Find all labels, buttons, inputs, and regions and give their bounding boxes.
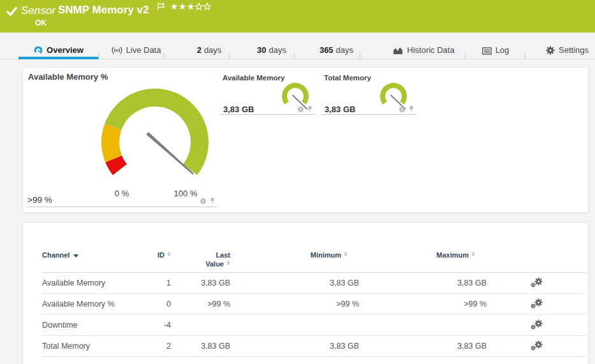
broadcast-icon xyxy=(112,46,122,55)
column-header-actions xyxy=(487,222,586,273)
star-outline-icon xyxy=(203,3,211,10)
chevron-down-icon xyxy=(73,254,78,258)
channels-panel: Channel ID Last Value Minimum Maximum xyxy=(22,222,589,364)
channel-name[interactable]: Downtime xyxy=(42,315,131,336)
tab-label: Overview xyxy=(47,45,84,55)
channels-table: Channel ID Last Value Minimum Maximum xyxy=(42,222,586,357)
gauge-total-memory: Total Memory 3,83 GB xyxy=(321,68,416,115)
gauge-available-memory-pct: Available Memory % 0 % 100 % >99 % xyxy=(27,68,217,207)
priority-stars[interactable] xyxy=(170,3,211,10)
tab-bar: Overview Live Data 2 days 30 days 365 da… xyxy=(0,33,595,59)
gauge-settings-gear-icon[interactable] xyxy=(297,106,304,113)
channel-maximum: 3,83 GB xyxy=(359,336,487,357)
channel-id: 1 xyxy=(131,273,171,294)
object-kind-label: Sensor xyxy=(21,4,55,17)
column-header-channel[interactable]: Channel xyxy=(42,222,131,273)
table-row: Available Memory 1 3,83 GB 3,83 GB 3,83 … xyxy=(42,273,586,294)
table-row: Total Memory 2 3,83 GB 3,83 GB 3,83 GB xyxy=(42,336,586,357)
pin-icon[interactable] xyxy=(408,106,415,113)
channel-minimum: 3,83 GB xyxy=(230,273,359,294)
pin-icon[interactable] xyxy=(307,106,313,113)
gauge-dial xyxy=(98,87,212,183)
channel-maximum: >99 % xyxy=(359,294,487,315)
star-filled-icon xyxy=(179,3,186,10)
tab-30-days[interactable]: 30 days xyxy=(230,33,295,59)
tab-365-days[interactable]: 365 days xyxy=(295,33,360,59)
gauge-icon xyxy=(34,45,43,55)
tab-label: days xyxy=(336,45,353,55)
channel-last-value: 3,83 GB xyxy=(171,273,230,294)
table-row: Available Memory % 0 >99 % >99 % >99 % xyxy=(42,294,586,315)
channel-settings-gears-icon[interactable] xyxy=(531,319,543,330)
gauge-max-label: 100 % xyxy=(170,189,202,198)
channel-settings-gears-icon[interactable] xyxy=(531,298,543,309)
channel-settings-gears-icon[interactable] xyxy=(531,277,543,288)
sort-icon xyxy=(344,252,348,257)
sensor-status-badge: OK xyxy=(35,18,47,27)
gauge-title: Total Memory xyxy=(324,74,371,82)
tab-label: Live Data xyxy=(126,45,161,55)
status-check-icon xyxy=(5,5,18,17)
channel-maximum xyxy=(359,315,487,336)
gauge-value: 3,83 GB xyxy=(325,105,355,114)
gauge-settings-gear-icon[interactable] xyxy=(200,198,207,205)
flag-icon[interactable] xyxy=(157,3,165,11)
sort-icon xyxy=(167,252,171,257)
tab-log[interactable]: Log xyxy=(466,33,525,59)
channel-id: 0 xyxy=(131,294,171,315)
channel-maximum: 3,83 GB xyxy=(359,273,487,294)
channel-name[interactable]: Total Memory xyxy=(42,336,131,357)
column-header-maximum[interactable]: Maximum xyxy=(359,222,487,273)
channel-last-value: 3,83 GB xyxy=(171,336,230,357)
column-header-minimum[interactable]: Minimum xyxy=(230,222,359,273)
area-chart-icon xyxy=(393,47,403,55)
tab-overview[interactable]: Overview xyxy=(18,33,99,59)
gauge-available-memory: Available Memory 3,83 GB xyxy=(219,68,315,115)
star-outline-icon xyxy=(195,3,203,10)
channel-minimum: >99 % xyxy=(230,294,359,315)
pin-icon[interactable] xyxy=(209,198,216,205)
tab-label: Settings xyxy=(559,45,589,55)
channel-minimum xyxy=(230,315,359,336)
sort-icon xyxy=(471,252,475,257)
tab-2-days[interactable]: 2 days xyxy=(165,33,230,59)
channel-last-value xyxy=(171,315,230,336)
star-filled-icon xyxy=(187,3,195,10)
gauge-min-label: 0 % xyxy=(106,189,138,198)
star-filled-icon xyxy=(170,3,178,10)
tab-number: 30 xyxy=(257,45,266,55)
column-header-id[interactable]: ID xyxy=(131,222,171,273)
channel-id: -4 xyxy=(131,315,171,336)
gauge-title: Available Memory % xyxy=(28,72,108,82)
tab-historic-data[interactable]: Historic Data xyxy=(360,33,466,59)
table-row: Downtime -4 xyxy=(42,315,586,336)
log-list-icon xyxy=(482,47,492,55)
column-header-last-value[interactable]: Last Value xyxy=(171,222,230,273)
channel-minimum: 3,83 GB xyxy=(230,336,359,357)
sensor-header: Sensor SNMP Memory v2 OK xyxy=(0,0,595,33)
channel-name[interactable]: Available Memory % xyxy=(42,294,131,315)
tab-label: days xyxy=(204,45,221,55)
channel-id: 2 xyxy=(131,336,171,357)
tab-label: Historic Data xyxy=(407,45,454,55)
gauges-panel: Available Memory % 0 % 100 % >99 % Avail… xyxy=(22,67,589,213)
gear-icon xyxy=(546,46,555,55)
gauge-settings-gear-icon[interactable] xyxy=(399,106,406,113)
channel-name[interactable]: Available Memory xyxy=(42,273,131,294)
tab-label: Log xyxy=(496,45,510,55)
gauge-value: >99 % xyxy=(27,195,52,205)
gauge-value: 3,83 GB xyxy=(223,105,254,114)
tab-label: days xyxy=(269,45,286,55)
sort-icon xyxy=(226,261,230,266)
tab-live-data[interactable]: Live Data xyxy=(99,33,165,59)
channel-last-value: >99 % xyxy=(171,294,230,315)
gauge-title: Available Memory xyxy=(223,74,284,82)
channel-settings-gears-icon[interactable] xyxy=(531,340,543,351)
tab-number: 2 xyxy=(197,45,202,55)
tab-number: 365 xyxy=(320,45,334,55)
tab-settings[interactable]: Settings xyxy=(525,33,595,59)
sensor-title: SNMP Memory v2 xyxy=(58,4,149,17)
